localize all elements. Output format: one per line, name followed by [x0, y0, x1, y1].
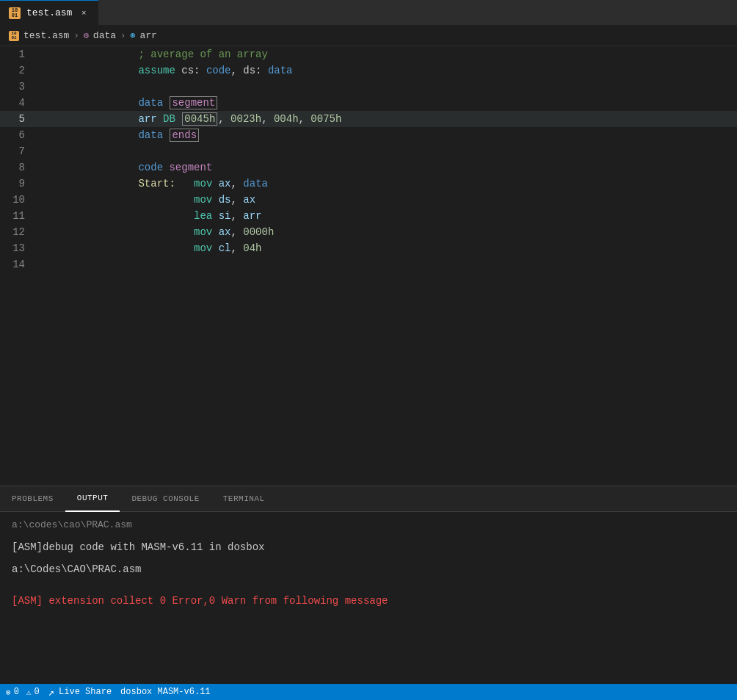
- breadcrumb-filename: test.asm: [23, 30, 69, 41]
- line-number-3: 3: [0, 79, 37, 95]
- breadcrumb-segment-label: data: [93, 30, 116, 41]
- breadcrumb-file-icon: 1001: [9, 31, 19, 41]
- status-errors[interactable]: ⊗ 0 ⚠ 0: [6, 687, 40, 697]
- line-number-8: 8: [0, 159, 37, 176]
- line-number-11: 11: [0, 208, 37, 224]
- warning-count: 0: [34, 687, 39, 697]
- line-number-1: 1: [0, 46, 37, 62]
- breadcrumb-sep1: ›: [73, 31, 79, 41]
- live-share-icon: ↗: [48, 686, 54, 699]
- line-number-5: 5: [0, 111, 37, 127]
- tab-problems[interactable]: PROBLEMS: [0, 486, 65, 512]
- breadcrumb-segment-icon: ⚙: [84, 30, 89, 41]
- warning-icon: ⚠: [26, 688, 32, 697]
- line-number-2: 2: [0, 62, 37, 79]
- panel-output-line4: [ASM] extension collect 0 Error,0 Warn f…: [12, 593, 725, 609]
- tab-debug-console[interactable]: DEBUG CONSOLE: [120, 486, 211, 512]
- line-number-4: 4: [0, 95, 37, 111]
- breadcrumb-ref-label: arr: [140, 30, 157, 41]
- panel: PROBLEMS OUTPUT DEBUG CONSOLE TERMINAL a…: [0, 486, 737, 684]
- panel-output-line2: [ASM]debug code with MASM-v6.11 in dosbo…: [12, 539, 725, 555]
- status-bar: ⊗ 0 ⚠ 0 ↗ Live Share dosbox MASM-v6.11: [0, 684, 737, 700]
- panel-tabs: PROBLEMS OUTPUT DEBUG CONSOLE TERMINAL: [0, 486, 737, 512]
- tab-file-icon: 1001: [9, 7, 21, 19]
- line-number-10: 10: [0, 192, 37, 208]
- extra-info: dosbox MASM-v6.11: [120, 687, 210, 697]
- error-count: 0: [14, 687, 19, 697]
- code-line-2: 2 assume cs: code, ds: data: [0, 62, 737, 79]
- line-number-12: 12: [0, 224, 37, 240]
- tab-test-asm[interactable]: 1001 test.asm ×: [0, 0, 98, 26]
- tab-terminal[interactable]: TERMINAL: [211, 486, 277, 512]
- line-number-9: 9: [0, 176, 37, 192]
- line-number-7: 7: [0, 143, 37, 159]
- line-number-14: 14: [0, 256, 37, 273]
- line-number-6: 6: [0, 127, 37, 143]
- code-line-14: 14: [0, 256, 737, 273]
- tab-close-button[interactable]: ×: [78, 7, 90, 19]
- tab-filename: test.asm: [26, 7, 72, 18]
- error-icon: ⊗: [6, 688, 11, 697]
- live-share-section[interactable]: ↗ Live Share: [48, 686, 112, 699]
- editor[interactable]: 1 ; average of an array 2 assume cs: cod…: [0, 46, 737, 486]
- breadcrumb-ref-icon: ⊛: [130, 30, 135, 41]
- live-share-label: Live Share: [59, 687, 112, 697]
- tab-bar: 1001 test.asm ×: [0, 0, 737, 26]
- code-line-13: 13 mov cl, 04h: [0, 240, 737, 256]
- code-line-6: 6 data ends: [0, 127, 737, 143]
- panel-output-line3: a:\Codes\CAO\PRAC.asm: [12, 561, 725, 577]
- tab-output[interactable]: OUTPUT: [65, 486, 120, 512]
- status-extra: dosbox MASM-v6.11: [120, 687, 210, 697]
- line-number-13: 13: [0, 240, 37, 256]
- breadcrumb-sep2: ›: [120, 31, 126, 41]
- code-container: 1 ; average of an array 2 assume cs: cod…: [0, 46, 737, 486]
- panel-content: a:\codes\cao\PRAC.asm [ASM]debug code wi…: [0, 512, 737, 684]
- panel-output-faded: a:\codes\cao\PRAC.asm: [12, 518, 725, 533]
- breadcrumb: 1001 test.asm › ⚙ data › ⊛ arr: [0, 26, 737, 46]
